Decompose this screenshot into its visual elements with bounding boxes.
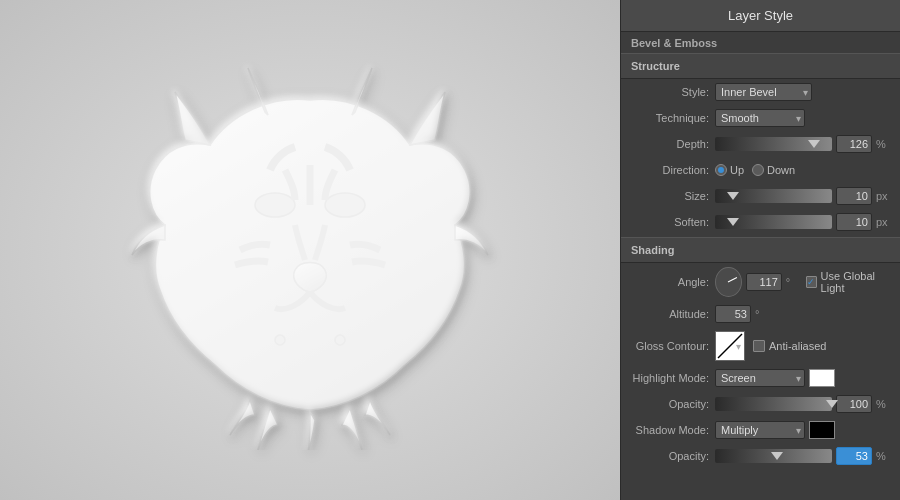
global-light-wrapper[interactable]: Use Global Light (806, 270, 892, 294)
contour-select-wrapper[interactable] (715, 331, 745, 361)
soften-row: Soften: px (621, 209, 900, 235)
anti-aliased-checkbox[interactable] (753, 340, 765, 352)
highlight-opacity-control: % (715, 395, 892, 413)
global-light-checkbox[interactable] (806, 276, 817, 288)
anti-aliased-wrapper[interactable]: Anti-aliased (753, 340, 826, 352)
shadow-opacity-row: Opacity: % (621, 443, 900, 469)
technique-select[interactable]: Smooth Chisel Hard Chisel Soft (715, 109, 805, 127)
direction-up-item[interactable]: Up (715, 164, 744, 176)
size-slider[interactable] (715, 189, 832, 203)
direction-label: Direction: (629, 164, 709, 176)
depth-thumb (808, 140, 820, 148)
altitude-control: ° (715, 305, 892, 323)
svg-point-2 (275, 335, 285, 345)
direction-up-label: Up (730, 164, 744, 176)
size-label: Size: (629, 190, 709, 202)
highlight-opacity-unit: % (876, 398, 892, 410)
style-select-wrapper[interactable]: Inner Bevel Outer Bevel Emboss Pillow Em… (715, 83, 812, 101)
soften-input[interactable] (836, 213, 872, 231)
depth-input[interactable] (836, 135, 872, 153)
depth-control: % (715, 135, 892, 153)
highlight-mode-row: Highlight Mode: Screen Normal Multiply (621, 365, 900, 391)
technique-label: Technique: (629, 112, 709, 124)
angle-input[interactable] (746, 273, 782, 291)
angle-label: Angle: (629, 276, 709, 288)
anti-aliased-label: Anti-aliased (769, 340, 826, 352)
style-select[interactable]: Inner Bevel Outer Bevel Emboss Pillow Em… (715, 83, 812, 101)
tiger-artwork: .tiger-path { fill: none; stroke: #d8d8d… (110, 50, 510, 450)
size-unit: px (876, 190, 892, 202)
svg-point-0 (255, 193, 295, 217)
style-row: Style: Inner Bevel Outer Bevel Emboss Pi… (621, 79, 900, 105)
direction-down-label: Down (767, 164, 795, 176)
shadow-opacity-thumb (771, 452, 783, 460)
size-row: Size: px (621, 183, 900, 209)
highlight-mode-control: Screen Normal Multiply (715, 369, 892, 387)
shading-section: Shading (621, 237, 900, 263)
style-control: Inner Bevel Outer Bevel Emboss Pillow Em… (715, 83, 892, 101)
contour-svg (716, 332, 744, 360)
depth-slider[interactable] (715, 137, 832, 151)
highlight-select-wrapper[interactable]: Screen Normal Multiply (715, 369, 805, 387)
technique-control: Smooth Chisel Hard Chisel Soft (715, 109, 892, 127)
highlight-opacity-input[interactable] (836, 395, 872, 413)
highlight-opacity-row: Opacity: % (621, 391, 900, 417)
canvas-area: .tiger-path { fill: none; stroke: #d8d8d… (0, 0, 620, 500)
depth-row: Depth: % (621, 131, 900, 157)
soften-slider[interactable] (715, 215, 832, 229)
shadow-opacity-label: Opacity: (629, 450, 709, 462)
panel-title: Layer Style (621, 0, 900, 32)
shadow-color-swatch[interactable] (809, 421, 835, 439)
soften-control: px (715, 213, 892, 231)
tiger-canvas: .tiger-path { fill: none; stroke: #d8d8d… (100, 40, 520, 460)
highlight-mode-label: Highlight Mode: (629, 372, 709, 384)
panel-body: Bevel & Emboss Structure Style: Inner Be… (621, 32, 900, 500)
shadow-opacity-input[interactable] (836, 447, 872, 465)
direction-row: Direction: Up Down (621, 157, 900, 183)
size-control: px (715, 187, 892, 205)
svg-point-1 (325, 193, 365, 217)
direction-down-radio[interactable] (752, 164, 764, 176)
bevel-emboss-label: Bevel & Emboss (621, 32, 900, 51)
depth-label: Depth: (629, 138, 709, 150)
angle-row: Angle: ° Use Global Light (621, 263, 900, 301)
direction-down-item[interactable]: Down (752, 164, 795, 176)
global-light-label: Use Global Light (821, 270, 892, 294)
style-label: Style: (629, 86, 709, 98)
angle-wheel[interactable] (715, 267, 742, 297)
highlight-opacity-label: Opacity: (629, 398, 709, 410)
altitude-label: Altitude: (629, 308, 709, 320)
soften-thumb (727, 218, 739, 226)
shadow-opacity-control: % (715, 447, 892, 465)
angle-indicator (728, 277, 737, 282)
size-input[interactable] (836, 187, 872, 205)
highlight-opacity-thumb (826, 400, 838, 408)
gloss-contour-row: Gloss Contour: Anti-aliased (621, 327, 900, 365)
shadow-select-wrapper[interactable]: Multiply Normal Screen (715, 421, 805, 439)
angle-control: ° Use Global Light (715, 267, 892, 297)
direction-up-radio[interactable] (715, 164, 727, 176)
contour-preview[interactable] (715, 331, 745, 361)
altitude-unit: ° (755, 308, 771, 320)
svg-point-3 (335, 335, 345, 345)
angle-unit: ° (786, 276, 802, 288)
layer-style-panel: Layer Style Bevel & Emboss Structure Sty… (620, 0, 900, 500)
shadow-opacity-unit: % (876, 450, 892, 462)
depth-unit: % (876, 138, 892, 150)
technique-row: Technique: Smooth Chisel Hard Chisel Sof… (621, 105, 900, 131)
altitude-row: Altitude: ° (621, 301, 900, 327)
shadow-mode-row: Shadow Mode: Multiply Normal Screen (621, 417, 900, 443)
shadow-mode-select[interactable]: Multiply Normal Screen (715, 421, 805, 439)
altitude-input[interactable] (715, 305, 751, 323)
technique-select-wrapper[interactable]: Smooth Chisel Hard Chisel Soft (715, 109, 805, 127)
highlight-opacity-slider[interactable] (715, 397, 832, 411)
gloss-contour-label: Gloss Contour: (629, 340, 709, 352)
highlight-color-swatch[interactable] (809, 369, 835, 387)
structure-section: Structure (621, 53, 900, 79)
soften-label: Soften: (629, 216, 709, 228)
gloss-contour-control: Anti-aliased (715, 331, 892, 361)
shadow-mode-control: Multiply Normal Screen (715, 421, 892, 439)
shadow-opacity-slider[interactable] (715, 449, 832, 463)
direction-control: Up Down (715, 164, 892, 176)
highlight-mode-select[interactable]: Screen Normal Multiply (715, 369, 805, 387)
